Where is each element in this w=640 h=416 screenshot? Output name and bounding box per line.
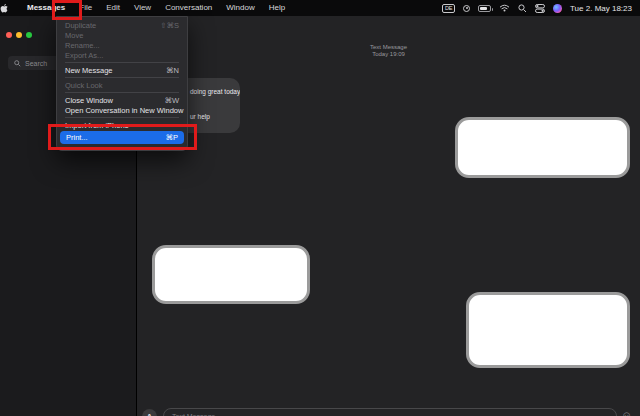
conversation-header: Text Message Today 19:09	[137, 44, 640, 58]
close-window-button[interactable]	[6, 32, 12, 38]
menu-item-duplicate: Duplicate⇧⌘S	[57, 20, 187, 30]
emoji-icon[interactable]: ☺	[620, 409, 633, 416]
redacted-bubble	[152, 245, 310, 304]
menubar-item-window[interactable]: Window	[219, 0, 261, 16]
battery-icon[interactable]	[478, 5, 491, 12]
menu-item-move: Move	[57, 30, 187, 40]
redacted-bubble	[466, 292, 630, 368]
menu-item-new-message[interactable]: New Message⌘N	[57, 65, 187, 75]
zoom-window-button[interactable]	[26, 32, 32, 38]
apps-button[interactable]: A	[142, 409, 157, 416]
menu-separator	[65, 62, 179, 63]
message-text-fragment: doing great today.	[190, 88, 240, 95]
menubar-item-view[interactable]: View	[127, 0, 158, 16]
screen-record-icon[interactable]	[463, 5, 470, 12]
redacted-bubble	[455, 117, 630, 178]
menu-item-open-conversation-new-window[interactable]: Open Conversation in New Window	[57, 105, 187, 115]
spotlight-search-icon[interactable]	[518, 4, 527, 13]
menu-item-rename: Rename...	[57, 40, 187, 50]
apple-menu-icon[interactable]	[0, 3, 20, 14]
messages-app-screen: Messages File Edit View Conversation Win…	[0, 0, 640, 416]
menu-separator	[65, 77, 179, 78]
service-label: Text Message	[137, 44, 640, 51]
message-text-fragment: ur help	[190, 113, 210, 120]
menubar-item-edit[interactable]: Edit	[99, 0, 127, 16]
menu-separator	[65, 117, 179, 118]
annotation-box-file	[52, 0, 82, 20]
date-label: Today 19:09	[137, 51, 640, 58]
minimize-window-button[interactable]	[16, 32, 22, 38]
menubar-item-help[interactable]: Help	[262, 0, 292, 16]
menu-item-quick-look: Quick Look	[57, 80, 187, 90]
menubar-item-conversation[interactable]: Conversation	[158, 0, 219, 16]
menubar-clock[interactable]: Tue 2. May 18:23	[570, 4, 632, 13]
annotation-box-print	[48, 124, 197, 150]
menu-bar: Messages File Edit View Conversation Win…	[0, 0, 640, 16]
message-input-placeholder: Text Message	[172, 413, 215, 416]
menu-item-export-as: Export As...	[57, 50, 187, 60]
wifi-icon[interactable]	[499, 4, 510, 12]
message-input[interactable]: Text Message	[163, 408, 617, 416]
menu-separator	[65, 92, 179, 93]
siri-icon[interactable]	[553, 4, 562, 13]
input-source-icon[interactable]: DE	[442, 4, 455, 13]
search-icon	[14, 60, 21, 67]
menu-item-close-window[interactable]: Close Window⌘W	[57, 95, 187, 105]
search-placeholder: Search	[25, 60, 47, 67]
control-center-icon[interactable]	[535, 4, 545, 13]
